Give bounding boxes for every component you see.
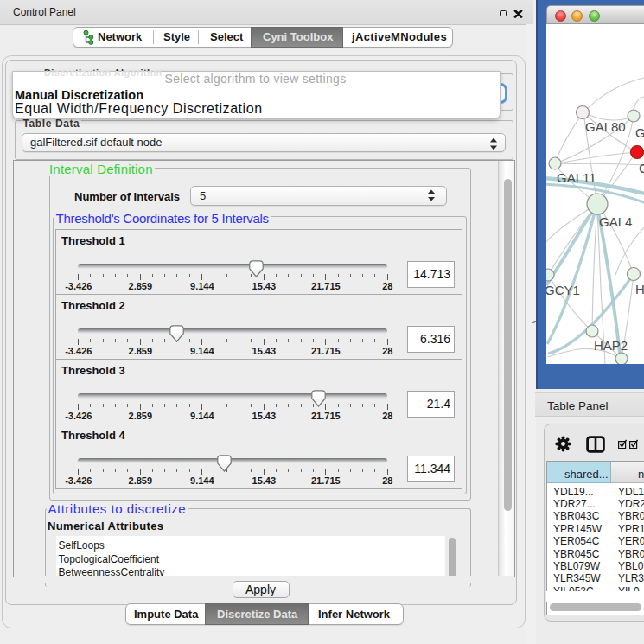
- svg-text:GA: GA: [635, 125, 644, 140]
- svg-text:GAL80: GAL80: [585, 119, 626, 134]
- svg-text:GCY1: GCY1: [546, 283, 580, 297]
- svg-text:HAP2: HAP2: [594, 338, 628, 353]
- svg-text:GAL11: GAL11: [557, 170, 596, 185]
- svg-text:GAL4: GAL4: [599, 214, 632, 229]
- svg-text:C: C: [639, 161, 644, 175]
- svg-text:H: H: [635, 282, 644, 296]
